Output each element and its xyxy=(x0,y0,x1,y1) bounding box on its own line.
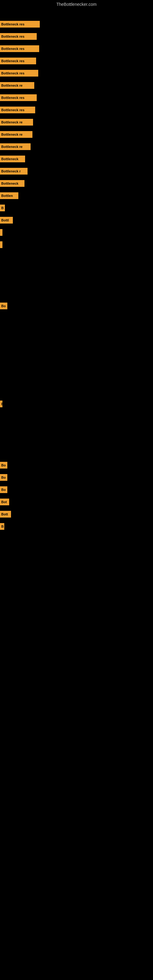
bar-label: B xyxy=(0,205,5,211)
bar-item: Bottleneck res xyxy=(0,94,37,101)
chart-area: Bottleneck resBottleneck resBottleneck r… xyxy=(0,14,153,980)
bar-label: Bottleneck re xyxy=(0,82,34,89)
bar-item: Bo xyxy=(0,486,7,493)
bar-label: Bottleneck res xyxy=(0,94,37,101)
bar-item: Bottleneck xyxy=(0,180,24,187)
bar-label: B xyxy=(0,523,4,530)
bar-item: Bottleneck res xyxy=(0,33,37,40)
bar-item: Bottleneck res xyxy=(0,45,39,52)
bar-item: Bottleneck res xyxy=(0,21,40,27)
bar-label: Bo xyxy=(0,462,7,469)
site-title: TheBottlenecker.com xyxy=(0,0,153,8)
bar-label: Bottleneck r xyxy=(0,168,27,175)
bar-label: Bottlen xyxy=(0,192,18,199)
bar-item: B xyxy=(0,523,4,530)
bar-item: Bott xyxy=(0,511,11,517)
bar-item: Bottleneck res xyxy=(0,107,35,113)
bar-item: Bottleneck xyxy=(0,156,25,162)
bar-label: Bott xyxy=(0,511,11,517)
bar-label: Bottleneck res xyxy=(0,33,37,40)
bar-item: Bottleneck re xyxy=(0,143,30,150)
bar-item: Bottl xyxy=(0,217,13,224)
bar-label: Bo xyxy=(0,474,7,481)
bar-item xyxy=(0,241,2,248)
bar-label: Bottleneck res xyxy=(0,57,36,64)
bar-item: Bot xyxy=(0,499,9,505)
bar-label xyxy=(0,241,2,248)
bar-item: Bottleneck res xyxy=(0,57,36,64)
bar-item: Bottleneck re xyxy=(0,82,34,89)
bar-item: Bottleneck re xyxy=(0,119,33,126)
bar-label: Bot xyxy=(0,499,9,505)
bar-item xyxy=(0,229,2,236)
bar-label: Bottleneck res xyxy=(0,45,39,52)
bar-item: Bottleneck r xyxy=(0,168,27,175)
bar-label: Bottl xyxy=(0,217,13,224)
bar-item: Bo xyxy=(0,462,7,469)
bar-label: Bottleneck res xyxy=(0,70,38,76)
bar-item: Bottleneck res xyxy=(0,70,38,76)
bar-label: Bottleneck xyxy=(0,156,25,162)
bar-label: B xyxy=(0,401,2,407)
bar-item: Bo xyxy=(0,474,7,481)
bar-item: B xyxy=(0,205,5,211)
bar-label xyxy=(0,229,2,236)
bar-label: Bottleneck re xyxy=(0,131,32,138)
bar-label: Bo xyxy=(0,486,7,493)
bar-label: Bo xyxy=(0,302,7,309)
bar-label: Bottleneck res xyxy=(0,107,35,113)
bar-item: B xyxy=(0,401,2,407)
bar-label: Bottleneck re xyxy=(0,119,33,126)
bar-label: Bottleneck xyxy=(0,180,24,187)
bar-label: Bottleneck re xyxy=(0,143,30,150)
bar-item: Bottlen xyxy=(0,192,18,199)
bar-item: Bo xyxy=(0,302,7,309)
bar-item: Bottleneck re xyxy=(0,131,32,138)
bar-label: Bottleneck res xyxy=(0,21,40,27)
